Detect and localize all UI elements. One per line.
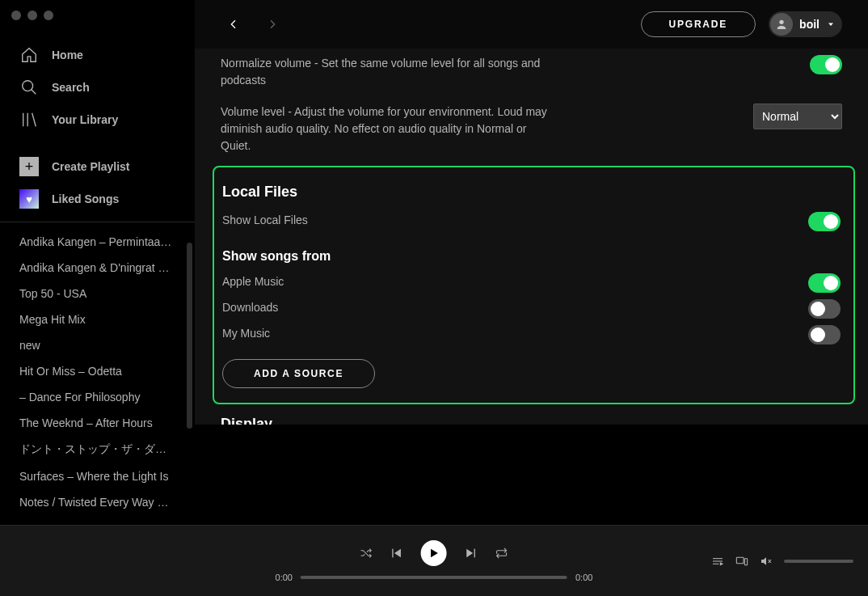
mute-button[interactable]: [760, 555, 773, 568]
nav-label: Your Library: [52, 113, 118, 126]
playlist-item[interactable]: – Dance For Philosophy: [0, 384, 195, 410]
playlist-item[interactable]: new: [0, 332, 195, 358]
nav-back-button[interactable]: [221, 11, 246, 37]
svg-marker-9: [467, 548, 474, 557]
sub-title-show-songs: Show songs from: [222, 249, 841, 264]
svg-point-4: [779, 20, 783, 24]
svg-rect-6: [393, 548, 394, 557]
previous-button[interactable]: [390, 547, 403, 560]
svg-point-0: [23, 81, 33, 91]
next-button[interactable]: [465, 547, 478, 560]
playlist-item[interactable]: Surfaces – Where the Light Is: [0, 463, 195, 489]
setting-show-local: Show Local Files: [222, 209, 841, 235]
window-dot-min[interactable]: [27, 11, 37, 20]
progress-bar[interactable]: [301, 576, 567, 579]
liked-label: Liked Songs: [52, 192, 119, 205]
playlist-item[interactable]: Mega Hit Mix: [0, 306, 195, 332]
playlist-item[interactable]: The Weeknd – After Hours: [0, 410, 195, 436]
add-source-button[interactable]: ADD A SOURCE: [222, 359, 375, 388]
toggle-source-apple[interactable]: [808, 273, 841, 293]
liked-songs[interactable]: ♥ Liked Songs: [0, 183, 195, 215]
heart-icon: ♥: [19, 189, 39, 209]
svg-line-1: [32, 90, 36, 95]
playlist-item[interactable]: Notes / Twisted Every Way …: [0, 489, 195, 515]
setting-label: Show Local Files: [222, 212, 308, 229]
setting-normalize: Normalize volume - Set the same volume l…: [221, 52, 842, 92]
svg-marker-7: [394, 548, 401, 557]
window-dot-max[interactable]: [44, 11, 53, 20]
window-dot-close[interactable]: [11, 11, 21, 20]
time-total: 0:00: [575, 573, 592, 582]
main-panel: UPGRADE boil Normalize volume - Set the …: [195, 0, 868, 425]
svg-rect-15: [736, 557, 744, 563]
avatar-icon: [770, 13, 793, 36]
toggle-source-mymusic[interactable]: [808, 325, 841, 344]
play-button[interactable]: [421, 540, 447, 566]
local-files-section: Local Files Show Local Files Show songs …: [213, 166, 855, 404]
playlist-list: Andika Kangen – Permintaa… Andika Kangen…: [0, 222, 195, 525]
section-title-display: Display: [221, 416, 842, 425]
setting-volume-level: Volume level - Adjust the volume for you…: [221, 100, 842, 158]
setting-label: Volume level - Adjust the volume for you…: [221, 104, 552, 154]
topbar: UPGRADE boil: [195, 0, 868, 49]
settings-content: Normalize volume - Set the same volume l…: [195, 49, 868, 425]
source-label: Apple Music: [222, 273, 284, 290]
sidebar-scrollbar[interactable]: [187, 243, 192, 429]
source-label: My Music: [222, 325, 270, 342]
svg-marker-5: [828, 23, 833, 27]
user-menu[interactable]: boil: [769, 11, 842, 37]
search-icon: [19, 78, 39, 97]
home-icon: [19, 45, 39, 65]
chevron-down-icon: [826, 19, 836, 29]
source-label: Downloads: [222, 299, 278, 316]
setting-label: Normalize volume - Set the same volume l…: [221, 55, 552, 89]
svg-marker-8: [432, 548, 439, 557]
volume-slider[interactable]: [784, 560, 853, 563]
section-title-local-files: Local Files: [222, 184, 841, 201]
create-label: Create Playlist: [52, 160, 130, 173]
queue-button[interactable]: [711, 555, 724, 568]
source-row: Apple Music: [222, 270, 841, 296]
nav-label: Search: [52, 81, 90, 94]
source-row: Downloads: [222, 296, 841, 322]
svg-marker-17: [761, 557, 766, 564]
plus-icon: +: [19, 157, 39, 176]
repeat-button[interactable]: [495, 547, 508, 560]
user-name: boil: [799, 18, 820, 31]
source-row: My Music: [222, 322, 841, 348]
svg-marker-14: [720, 563, 723, 565]
volume-level-select[interactable]: Normal: [753, 104, 842, 129]
upgrade-button[interactable]: UPGRADE: [641, 11, 756, 37]
shuffle-button[interactable]: [360, 547, 373, 560]
playlist-item[interactable]: Andika Kangen – Permintaa…: [0, 229, 195, 255]
toggle-normalize[interactable]: [810, 55, 842, 74]
devices-button[interactable]: [735, 555, 748, 568]
nav-forward-button[interactable]: [259, 11, 285, 37]
svg-rect-16: [744, 558, 747, 564]
nav-search[interactable]: Search: [0, 71, 195, 104]
playlist-item[interactable]: Hit Or Miss – Odetta: [0, 358, 195, 384]
player-bar: 0:00 0:00: [0, 525, 868, 596]
playlist-item[interactable]: Andika Kangen & D'ningrat …: [0, 255, 195, 281]
library-icon: [19, 110, 39, 129]
nav-home[interactable]: Home: [0, 39, 195, 71]
playlist-item[interactable]: ドント・ストップ・ザ・ダン…: [0, 436, 195, 463]
nav-label: Home: [52, 49, 83, 61]
window-traffic-lights: [11, 11, 53, 20]
svg-rect-10: [474, 548, 475, 557]
progress-row: 0:00 0:00: [276, 573, 593, 582]
playlist-item[interactable]: Top 50 - USA: [0, 281, 195, 306]
sidebar: Home Search Your Library + Create Playli…: [0, 0, 195, 525]
time-elapsed: 0:00: [276, 573, 293, 582]
create-playlist[interactable]: + Create Playlist: [0, 150, 195, 183]
empty-area: [195, 425, 868, 525]
toggle-show-local[interactable]: [808, 212, 841, 231]
nav-library[interactable]: Your Library: [0, 104, 195, 136]
toggle-source-downloads[interactable]: [808, 299, 841, 319]
